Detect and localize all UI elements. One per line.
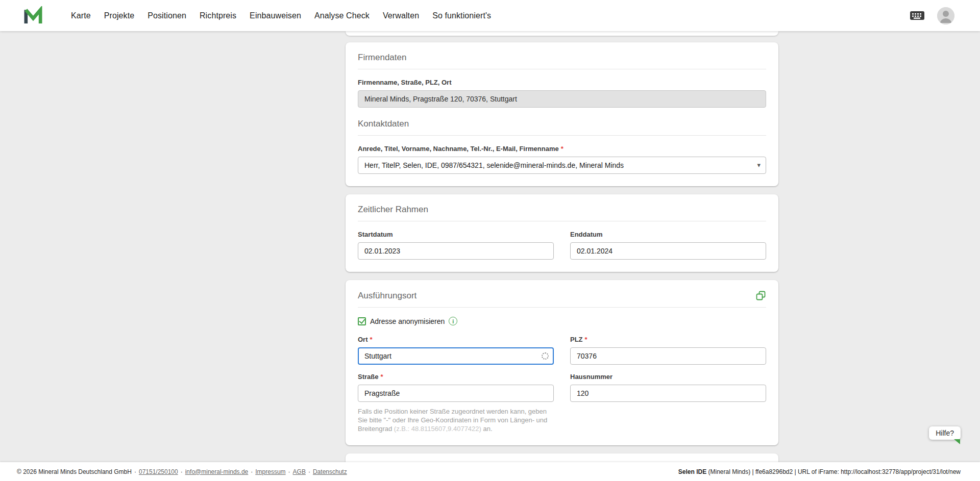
separator-dot: · — [308, 468, 310, 475]
strasse-label: Straße * — [358, 373, 554, 381]
divider — [358, 69, 766, 69]
divider — [358, 307, 766, 308]
helper-example: (z.B.: 48.8115607,9.4077422) — [394, 425, 481, 433]
divider — [358, 221, 766, 221]
strasse-helper-text: Falls die Position keiner Straße zugeord… — [358, 407, 554, 433]
enddatum-label: Enddatum — [570, 231, 766, 238]
ort-label: Ort * — [358, 336, 554, 343]
required-marker: * — [585, 336, 587, 343]
footer-link-datenschutz[interactable]: Datenschutz — [313, 468, 347, 475]
user-avatar[interactable] — [937, 7, 954, 24]
kontakt-select[interactable]: Herr, TitelP, Selen, IDE, 0987/654321, s… — [358, 157, 766, 174]
footer: © 2026 Mineral Minds Deutschland GmbH · … — [0, 462, 980, 481]
footer-link-agb[interactable]: AGB — [293, 468, 306, 475]
plz-input[interactable] — [570, 347, 766, 365]
card-title-ausfuehrungsort: Ausführungsort — [358, 291, 416, 301]
info-icon[interactable]: i — [449, 317, 457, 325]
startdatum-input[interactable] — [358, 242, 554, 260]
copy-icon[interactable] — [755, 290, 766, 301]
main-nav: Karte Projekte Positionen Richtpreis Ein… — [71, 11, 491, 20]
card-title-zeitlicher-rahmen: Zeitlicher Rahmen — [358, 205, 766, 215]
help-button-label: Hilfe? — [936, 429, 954, 437]
card-subtitle-kontaktdaten: Kontaktdaten — [358, 119, 766, 129]
card-zeitlicher-rahmen: Zeitlicher Rahmen Startdatum Enddatum — [346, 194, 778, 272]
nav-item-richtpreis[interactable]: Richtpreis — [200, 11, 236, 20]
strasse-field: Straße * — [358, 373, 554, 402]
required-marker: * — [561, 145, 564, 153]
separator-dot: · — [288, 468, 290, 475]
keyboard-icon[interactable] — [910, 10, 925, 22]
nav-item-einbauweisen[interactable]: Einbauweisen — [250, 11, 301, 20]
nav-item-projekte[interactable]: Projekte — [104, 11, 135, 20]
nav-item-verwalten[interactable]: Verwalten — [383, 11, 419, 20]
footer-link-email[interactable]: info@mineral-minds.de — [185, 468, 249, 475]
top-navbar: Karte Projekte Positionen Richtpreis Ein… — [0, 0, 980, 31]
kontakt-select-value: Herr, TitelP, Selen, IDE, 0987/654321, s… — [364, 161, 624, 169]
plz-field: PLZ * — [570, 336, 766, 365]
required-marker: * — [370, 336, 373, 343]
hausnummer-label: Hausnummer — [570, 373, 766, 381]
divider — [358, 135, 766, 136]
card-title-firmendaten: Firmendaten — [358, 53, 766, 63]
brand-logo[interactable] — [23, 6, 43, 26]
footer-link-phone[interactable]: 07151/250100 — [139, 468, 178, 475]
form-column: Firmendaten Firmenname, Straße, PLZ, Ort… — [346, 31, 778, 470]
chevron-down-icon: ▾ — [757, 161, 761, 169]
enddatum-field: Enddatum — [570, 231, 766, 260]
strasse-input[interactable] — [358, 385, 554, 402]
anonymize-row: Adresse anonymisieren i — [358, 317, 766, 325]
copyright-text: © 2026 Mineral Minds Deutschland GmbH — [17, 468, 132, 475]
separator-dot: · — [181, 468, 183, 475]
anonymize-label: Adresse anonymisieren — [370, 317, 445, 325]
help-button[interactable]: Hilfe? — [929, 426, 961, 440]
nav-item-analyse-check[interactable]: Analyse Check — [314, 11, 370, 20]
footer-debug-info: Selen IDE (Mineral Minds) | ffe6a8296bd2… — [678, 468, 961, 475]
nav-item-karte[interactable]: Karte — [71, 11, 91, 20]
nav-item-so-funktionierts[interactable]: So funktioniert's — [432, 11, 491, 20]
plz-label: PLZ * — [570, 336, 766, 343]
startdatum-field: Startdatum — [358, 231, 554, 260]
footer-left: © 2026 Mineral Minds Deutschland GmbH · … — [17, 468, 347, 475]
card-fragment-top — [346, 31, 778, 36]
loading-spinner-icon — [542, 352, 549, 360]
anonymize-checkbox[interactable] — [358, 317, 366, 325]
required-marker: * — [380, 373, 383, 381]
kontakt-field-label: Anrede, Titel, Vorname, Nachname, Tel.-N… — [358, 145, 766, 153]
ort-field: Ort * — [358, 336, 554, 365]
separator-dot: · — [134, 468, 136, 475]
separator-dot: · — [251, 468, 253, 475]
card-ausfuehrungsort: Ausführungsort Adresse anonymisieren i O… — [346, 280, 778, 445]
navbar-right — [910, 7, 954, 24]
hausnummer-field: Hausnummer — [570, 373, 766, 402]
startdatum-label: Startdatum — [358, 231, 554, 238]
nav-item-positionen[interactable]: Positionen — [148, 11, 186, 20]
company-field-label: Firmenname, Straße, PLZ, Ort — [358, 79, 766, 86]
card-firmendaten: Firmendaten Firmenname, Straße, PLZ, Ort… — [346, 42, 778, 186]
company-summary-input — [358, 90, 766, 108]
footer-link-impressum[interactable]: Impressum — [255, 468, 285, 475]
brand-logo-icon — [23, 6, 43, 26]
ort-input[interactable] — [358, 347, 554, 365]
enddatum-input[interactable] — [570, 242, 766, 260]
hausnummer-input[interactable] — [570, 385, 766, 402]
